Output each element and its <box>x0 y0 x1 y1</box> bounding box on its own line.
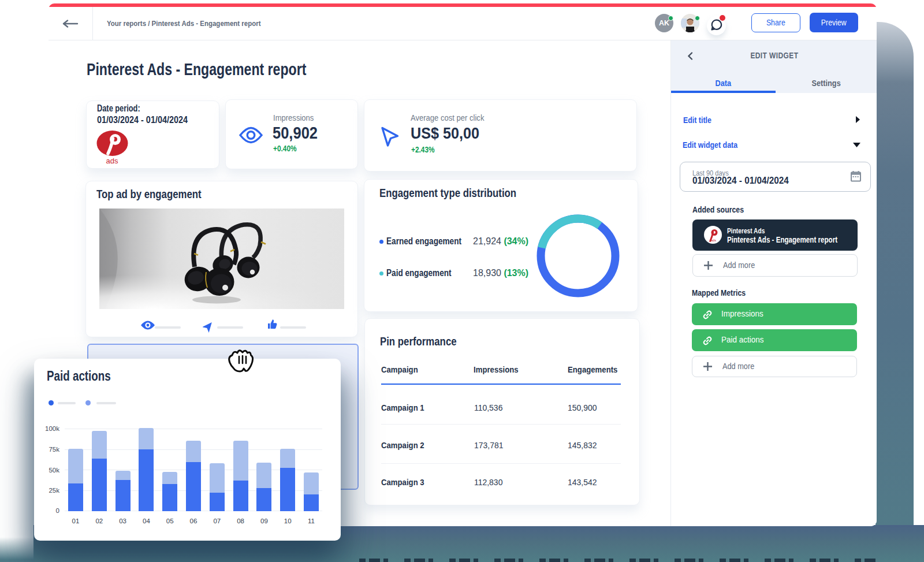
svg-text:ads: ads <box>106 157 118 165</box>
svg-text:ads: ads <box>711 239 716 242</box>
